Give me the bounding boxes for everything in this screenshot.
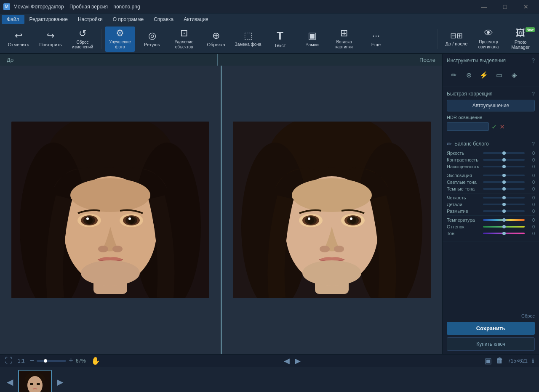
hand-tool-icon[interactable]: ✋ [91, 356, 100, 366]
blur-thumb[interactable] [502, 209, 506, 213]
reset-button[interactable]: ↺ Сброс изменений [67, 26, 98, 52]
brush-sel-tool[interactable]: ✏ [447, 69, 460, 81]
frames-icon: ▣ [308, 31, 317, 40]
info-icon[interactable]: ℹ [532, 358, 534, 364]
reset-link[interactable]: Сброс [447, 313, 535, 318]
before-after-button[interactable]: ⊟⊞ До / после [441, 26, 472, 52]
titlebar: M Movavi Фоторедактор – Пробная версия –… [0, 0, 539, 13]
detail-track[interactable] [483, 204, 525, 205]
temperature-track[interactable] [483, 219, 525, 221]
blur-value: 0 [527, 209, 535, 214]
hdr-input[interactable] [447, 122, 489, 131]
remove-obj-icon: ⊡ [180, 29, 188, 38]
slider-divider-2 [447, 193, 535, 193]
before-label: До [0, 57, 217, 63]
zoom-slider[interactable] [37, 360, 66, 362]
detail-row: Детали 0 [447, 202, 535, 207]
sharpness-track[interactable] [483, 197, 525, 199]
maximize-button[interactable]: □ [495, 0, 515, 13]
close-button[interactable]: ✕ [516, 0, 536, 13]
saturation-thumb[interactable] [502, 165, 506, 168]
svg-point-37 [320, 246, 330, 252]
saturation-track[interactable] [483, 166, 525, 167]
filmstrip-prev[interactable]: ◀ [3, 373, 16, 390]
quick-correction-help[interactable]: ? [531, 90, 535, 97]
remove-obj-button[interactable]: ⊡ Удаление объектов [169, 26, 199, 52]
shadows-track[interactable] [483, 188, 525, 190]
contrast-thumb[interactable] [502, 158, 506, 162]
1to1-button[interactable]: 1:1 [18, 358, 25, 364]
brightness-thumb[interactable] [502, 151, 506, 155]
highlights-track[interactable] [483, 181, 525, 183]
film-thumb-1[interactable] [18, 370, 52, 392]
menu-help[interactable]: Справка [149, 15, 179, 24]
contrast-track[interactable] [483, 159, 525, 161]
slider-divider-1 [447, 171, 535, 171]
filmstrip-next[interactable]: ▶ [53, 373, 67, 390]
zoom-out-icon[interactable]: − [30, 356, 35, 365]
text-button[interactable]: T Текст [265, 26, 295, 52]
redo-button[interactable]: ↪ Повторить [35, 26, 66, 52]
blur-track[interactable] [483, 210, 525, 212]
retouch-button[interactable]: ◎ Ретушь [137, 26, 167, 52]
undo-label: Отменить [8, 42, 29, 47]
exposure-thumb[interactable] [502, 174, 506, 177]
hdr-cancel-icon[interactable]: ✕ [499, 123, 505, 131]
svg-point-43 [30, 383, 33, 385]
rect-sel-tool[interactable]: ▭ [492, 69, 506, 81]
zoom-in-icon[interactable]: + [69, 356, 73, 365]
white-balance-header: ✏ Баланс белого ? [447, 140, 535, 147]
more-button[interactable]: ··· Ещё [361, 26, 391, 52]
menu-settings[interactable]: Настройки [73, 15, 108, 24]
minimize-button[interactable]: — [474, 0, 494, 13]
delete-icon[interactable]: 🗑 [496, 356, 504, 365]
view-original-button[interactable]: 👁 Просмотр оригинала [473, 26, 504, 52]
menu-file[interactable]: Файл [2, 15, 24, 24]
nav-next-button[interactable]: ▶ [295, 356, 301, 366]
magic-sel-tool[interactable]: ⚡ [477, 69, 491, 81]
nav-prev-button[interactable]: ◀ [284, 356, 290, 366]
before-portrait-svg [11, 122, 209, 298]
insert-pic-icon: ⊞ [340, 29, 348, 38]
sharpness-thumb[interactable] [502, 196, 506, 199]
exposure-track[interactable] [483, 175, 525, 176]
white-balance-help[interactable]: ? [531, 140, 535, 147]
highlights-label: Светлые тона [447, 180, 480, 185]
quick-correction-header: Быстрая коррекция ? [447, 90, 535, 97]
svg-point-18 [112, 246, 123, 252]
save-button[interactable]: Сохранить [447, 322, 535, 335]
erase-sel-tool[interactable]: ◈ [507, 69, 521, 81]
lasso-sel-tool[interactable]: ⊛ [462, 69, 475, 81]
tint-thumb[interactable] [502, 225, 506, 228]
photo-manager-button[interactable]: New 🖼 Photo Manager [505, 26, 536, 52]
gallery-view-icon[interactable]: ▣ [485, 356, 492, 366]
enhance-button[interactable]: ⚙ Улучшение фото [105, 26, 135, 52]
svg-point-36 [350, 217, 352, 220]
brightness-track[interactable] [483, 152, 525, 154]
frames-button[interactable]: ▣ Рамки [297, 26, 327, 52]
undo-button[interactable]: ↩ Отменить [3, 26, 34, 52]
tint-track[interactable] [483, 226, 525, 228]
tone-thumb[interactable] [502, 232, 506, 235]
replace-bg-button[interactable]: ⬚ Замена фона [233, 26, 263, 52]
crop-button[interactable]: ⊕ Обрезка [201, 26, 231, 52]
hdr-ok-icon[interactable]: ✓ [491, 123, 497, 131]
menu-edit[interactable]: Редактирование [24, 15, 73, 24]
temperature-thumb[interactable] [502, 218, 506, 222]
selection-help-icon[interactable]: ? [531, 57, 535, 64]
save-section: Сброс Сохранить Купить ключ [443, 310, 539, 354]
canvas-area: До После [0, 54, 442, 354]
detail-thumb[interactable] [502, 203, 506, 206]
selection-tools-title: Инструменты выделения [447, 58, 506, 64]
auto-enhance-button[interactable]: Автоулучшение [447, 100, 535, 111]
fullscreen-icon[interactable]: ⛶ [5, 356, 13, 365]
white-balance-title: Баланс белого [454, 141, 529, 147]
highlights-thumb[interactable] [502, 180, 506, 184]
buy-button[interactable]: Купить ключ [447, 337, 535, 351]
undo-icon: ↩ [15, 31, 22, 40]
tone-track[interactable] [483, 233, 525, 234]
insert-pic-button[interactable]: ⊞ Вставка картинки [329, 26, 359, 52]
menu-about[interactable]: О программе [108, 15, 149, 24]
shadows-thumb[interactable] [502, 187, 506, 191]
menu-activate[interactable]: Активация [179, 15, 213, 24]
